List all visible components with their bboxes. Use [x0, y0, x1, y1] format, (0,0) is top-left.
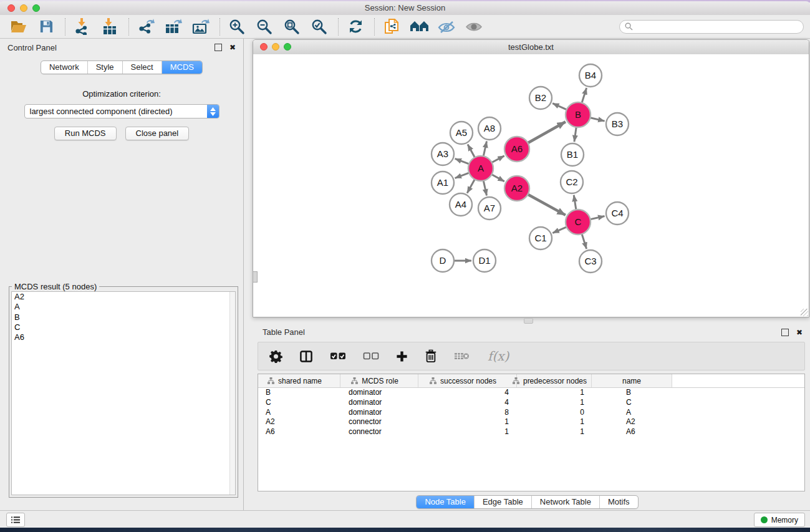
- table-cell[interactable]: connector: [340, 427, 418, 437]
- table-cell[interactable]: C: [258, 398, 340, 408]
- graph-node-C3[interactable]: C3: [579, 250, 602, 273]
- table-cell[interactable]: B: [592, 388, 672, 398]
- column-header-successor-nodes[interactable]: successor nodes: [418, 374, 517, 387]
- graph-edge-B-B2[interactable]: [552, 104, 567, 110]
- table-cell[interactable]: A6: [258, 427, 340, 437]
- mcds-result-item[interactable]: A6: [12, 332, 235, 342]
- table-cell[interactable]: dominator: [340, 388, 418, 398]
- graph-edge-A-A3[interactable]: [455, 158, 471, 164]
- tab-mcds[interactable]: MCDS: [162, 61, 202, 74]
- show-all-eye-icon[interactable]: [464, 17, 484, 37]
- tab-style[interactable]: Style: [87, 61, 122, 74]
- zoom-selected-icon[interactable]: [309, 17, 329, 37]
- search-input[interactable]: [636, 21, 803, 32]
- table-cell[interactable]: 1: [517, 417, 592, 427]
- graph-node-A4[interactable]: A4: [450, 193, 472, 216]
- graph-node-A6[interactable]: A6: [504, 137, 529, 162]
- graph-node-D1[interactable]: D1: [473, 249, 496, 272]
- run-mcds-button[interactable]: Run MCDS: [54, 127, 117, 140]
- home-view-icon[interactable]: [409, 17, 429, 37]
- graph-edge-A-A1[interactable]: [455, 172, 471, 178]
- column-header-predecessor-nodes[interactable]: predecessor nodes: [517, 374, 592, 387]
- open-file-icon[interactable]: [9, 17, 29, 37]
- function-builder-icon[interactable]: f(x): [488, 349, 509, 364]
- table-cell[interactable]: 1: [517, 398, 592, 408]
- graph-edge-A-A5[interactable]: [468, 144, 475, 158]
- add-column-icon[interactable]: [396, 351, 408, 362]
- graph-edge-B-B4[interactable]: [581, 88, 586, 104]
- network-canvas[interactable]: B4B2BB3A8A5A3A6B1AA1C2A2A4A7CC4C1C3DD1: [253, 54, 809, 317]
- mcds-result-item[interactable]: B: [12, 312, 235, 322]
- table-cell[interactable]: 4: [418, 388, 517, 398]
- column-header-mcds-role[interactable]: MCDS role: [340, 374, 418, 387]
- splitter-handle[interactable]: [253, 271, 258, 283]
- tab-network[interactable]: Network: [41, 61, 87, 74]
- table-row[interactable]: Bdominator41B: [258, 388, 804, 398]
- graph-node-C4[interactable]: C4: [606, 202, 629, 225]
- scrollbar-track[interactable]: [229, 292, 235, 495]
- graph-edge-B-B1[interactable]: [574, 126, 577, 142]
- graph-node-B2[interactable]: B2: [529, 87, 552, 109]
- hide-selected-eye-icon[interactable]: [436, 17, 456, 37]
- graph-node-A[interactable]: A: [468, 156, 493, 181]
- mcds-result-item[interactable]: A2: [12, 292, 235, 302]
- table-row[interactable]: Adominator80A: [258, 408, 804, 418]
- table-cell[interactable]: A: [258, 408, 340, 418]
- table-cell[interactable]: C: [592, 398, 672, 408]
- graph-edge-B-B3[interactable]: [589, 117, 605, 121]
- tab-select[interactable]: Select: [122, 61, 162, 74]
- graph-edge-C-C1[interactable]: [552, 226, 567, 233]
- select-all-check-icon[interactable]: [330, 352, 346, 360]
- mcds-result-item[interactable]: C: [12, 322, 235, 332]
- search-field[interactable]: [619, 20, 804, 34]
- horizontal-splitter-handle[interactable]: [524, 318, 533, 324]
- table-row[interactable]: A6connector11A6: [258, 427, 804, 437]
- graph-node-B[interactable]: B: [566, 102, 591, 127]
- export-image-icon[interactable]: [191, 17, 211, 37]
- float-panel-icon[interactable]: [215, 44, 222, 51]
- memory-button[interactable]: Memory: [754, 513, 805, 527]
- graph-edge-A-A6[interactable]: [491, 156, 504, 163]
- graph-node-B1[interactable]: B1: [561, 143, 584, 166]
- mcds-result-item[interactable]: A: [12, 302, 235, 312]
- close-panel-button[interactable]: Close panel: [125, 127, 190, 140]
- tab-node-table[interactable]: Node Table: [417, 496, 474, 508]
- float-panel-icon[interactable]: [781, 329, 789, 336]
- graph-node-B4[interactable]: B4: [579, 64, 602, 87]
- graph-edge-C-C4[interactable]: [589, 216, 605, 220]
- table-cell[interactable]: 1: [517, 427, 592, 437]
- copy-network-icon[interactable]: [382, 17, 402, 37]
- graph-node-A8[interactable]: A8: [478, 117, 501, 140]
- graph-node-D[interactable]: D: [432, 249, 454, 272]
- graph-edge-A-A2[interactable]: [491, 174, 504, 181]
- import-table-icon[interactable]: [100, 17, 120, 37]
- table-cell[interactable]: A2: [258, 417, 340, 427]
- save-session-icon[interactable]: [36, 17, 56, 37]
- refresh-icon[interactable]: [345, 17, 365, 37]
- table-cell[interactable]: dominator: [340, 408, 418, 418]
- column-header-name[interactable]: name: [592, 374, 672, 387]
- table-cell[interactable]: 1: [418, 417, 517, 427]
- table-cell[interactable]: A2: [592, 417, 672, 427]
- graph-node-A2[interactable]: A2: [504, 176, 529, 201]
- table-cell[interactable]: 1: [418, 427, 517, 437]
- table-cell[interactable]: 4: [418, 398, 517, 408]
- table-cell[interactable]: connector: [340, 417, 418, 427]
- graph-edge-A-A4[interactable]: [467, 178, 475, 193]
- optimization-criterion-dropdown[interactable]: largest connected component (directed): [24, 104, 219, 118]
- graph-edge-C-C2[interactable]: [574, 195, 576, 211]
- mcds-result-list[interactable]: A2ABCA6: [11, 291, 236, 495]
- network-window-titlebar[interactable]: testGlobe.txt: [253, 40, 809, 55]
- graph-node-C2[interactable]: C2: [561, 171, 583, 193]
- gear-icon[interactable]: [269, 350, 282, 363]
- table-cell[interactable]: 8: [418, 408, 517, 418]
- export-network-icon[interactable]: [136, 17, 156, 37]
- table-cell[interactable]: 1: [517, 388, 592, 398]
- graph-node-C[interactable]: C: [566, 210, 591, 235]
- table-cell[interactable]: 0: [517, 408, 592, 418]
- window-resize-handle[interactable]: [801, 309, 808, 316]
- graph-edge-A-A7[interactable]: [483, 180, 487, 196]
- delete-table-icon[interactable]: [454, 351, 470, 361]
- zoom-in-icon[interactable]: [227, 17, 247, 37]
- export-table-icon[interactable]: [163, 17, 183, 37]
